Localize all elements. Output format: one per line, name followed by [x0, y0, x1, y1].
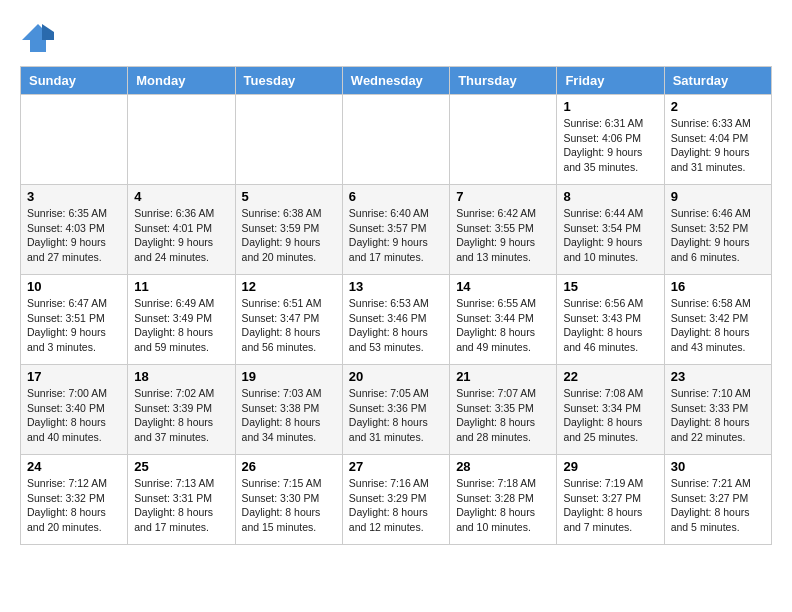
- page-header: [20, 20, 772, 56]
- calendar-week-row: 17Sunrise: 7:00 AM Sunset: 3:40 PM Dayli…: [21, 365, 772, 455]
- day-info: Sunrise: 6:36 AM Sunset: 4:01 PM Dayligh…: [134, 206, 228, 265]
- calendar-cell: [128, 95, 235, 185]
- day-number: 3: [27, 189, 121, 204]
- day-info: Sunrise: 6:38 AM Sunset: 3:59 PM Dayligh…: [242, 206, 336, 265]
- day-number: 5: [242, 189, 336, 204]
- day-number: 1: [563, 99, 657, 114]
- day-number: 22: [563, 369, 657, 384]
- calendar-table: SundayMondayTuesdayWednesdayThursdayFrid…: [20, 66, 772, 545]
- calendar-header-monday: Monday: [128, 67, 235, 95]
- calendar-cell: 4Sunrise: 6:36 AM Sunset: 4:01 PM Daylig…: [128, 185, 235, 275]
- day-info: Sunrise: 7:08 AM Sunset: 3:34 PM Dayligh…: [563, 386, 657, 445]
- day-info: Sunrise: 6:58 AM Sunset: 3:42 PM Dayligh…: [671, 296, 765, 355]
- calendar-cell: [21, 95, 128, 185]
- calendar-cell: 1Sunrise: 6:31 AM Sunset: 4:06 PM Daylig…: [557, 95, 664, 185]
- day-number: 24: [27, 459, 121, 474]
- calendar-cell: 27Sunrise: 7:16 AM Sunset: 3:29 PM Dayli…: [342, 455, 449, 545]
- day-number: 15: [563, 279, 657, 294]
- day-info: Sunrise: 7:16 AM Sunset: 3:29 PM Dayligh…: [349, 476, 443, 535]
- day-number: 29: [563, 459, 657, 474]
- day-info: Sunrise: 6:31 AM Sunset: 4:06 PM Dayligh…: [563, 116, 657, 175]
- day-number: 21: [456, 369, 550, 384]
- day-number: 25: [134, 459, 228, 474]
- day-number: 28: [456, 459, 550, 474]
- day-number: 23: [671, 369, 765, 384]
- day-number: 10: [27, 279, 121, 294]
- day-info: Sunrise: 7:05 AM Sunset: 3:36 PM Dayligh…: [349, 386, 443, 445]
- calendar-cell: 25Sunrise: 7:13 AM Sunset: 3:31 PM Dayli…: [128, 455, 235, 545]
- day-number: 8: [563, 189, 657, 204]
- day-number: 20: [349, 369, 443, 384]
- day-info: Sunrise: 6:35 AM Sunset: 4:03 PM Dayligh…: [27, 206, 121, 265]
- calendar-week-row: 24Sunrise: 7:12 AM Sunset: 3:32 PM Dayli…: [21, 455, 772, 545]
- day-info: Sunrise: 7:18 AM Sunset: 3:28 PM Dayligh…: [456, 476, 550, 535]
- day-info: Sunrise: 7:19 AM Sunset: 3:27 PM Dayligh…: [563, 476, 657, 535]
- day-number: 7: [456, 189, 550, 204]
- day-info: Sunrise: 7:00 AM Sunset: 3:40 PM Dayligh…: [27, 386, 121, 445]
- calendar-week-row: 3Sunrise: 6:35 AM Sunset: 4:03 PM Daylig…: [21, 185, 772, 275]
- logo-icon: [20, 20, 56, 56]
- day-number: 19: [242, 369, 336, 384]
- calendar-cell: 11Sunrise: 6:49 AM Sunset: 3:49 PM Dayli…: [128, 275, 235, 365]
- calendar-header-friday: Friday: [557, 67, 664, 95]
- day-info: Sunrise: 6:55 AM Sunset: 3:44 PM Dayligh…: [456, 296, 550, 355]
- day-number: 30: [671, 459, 765, 474]
- calendar-cell: 21Sunrise: 7:07 AM Sunset: 3:35 PM Dayli…: [450, 365, 557, 455]
- day-number: 17: [27, 369, 121, 384]
- day-info: Sunrise: 7:12 AM Sunset: 3:32 PM Dayligh…: [27, 476, 121, 535]
- calendar-cell: 22Sunrise: 7:08 AM Sunset: 3:34 PM Dayli…: [557, 365, 664, 455]
- calendar-cell: 3Sunrise: 6:35 AM Sunset: 4:03 PM Daylig…: [21, 185, 128, 275]
- calendar-cell: 13Sunrise: 6:53 AM Sunset: 3:46 PM Dayli…: [342, 275, 449, 365]
- calendar-cell: 29Sunrise: 7:19 AM Sunset: 3:27 PM Dayli…: [557, 455, 664, 545]
- day-info: Sunrise: 6:46 AM Sunset: 3:52 PM Dayligh…: [671, 206, 765, 265]
- calendar-cell: 5Sunrise: 6:38 AM Sunset: 3:59 PM Daylig…: [235, 185, 342, 275]
- calendar-cell: 23Sunrise: 7:10 AM Sunset: 3:33 PM Dayli…: [664, 365, 771, 455]
- day-info: Sunrise: 6:33 AM Sunset: 4:04 PM Dayligh…: [671, 116, 765, 175]
- calendar-cell: 30Sunrise: 7:21 AM Sunset: 3:27 PM Dayli…: [664, 455, 771, 545]
- day-info: Sunrise: 6:53 AM Sunset: 3:46 PM Dayligh…: [349, 296, 443, 355]
- calendar-header-thursday: Thursday: [450, 67, 557, 95]
- day-number: 13: [349, 279, 443, 294]
- calendar-week-row: 1Sunrise: 6:31 AM Sunset: 4:06 PM Daylig…: [21, 95, 772, 185]
- day-info: Sunrise: 7:21 AM Sunset: 3:27 PM Dayligh…: [671, 476, 765, 535]
- day-number: 2: [671, 99, 765, 114]
- calendar-header-wednesday: Wednesday: [342, 67, 449, 95]
- day-info: Sunrise: 6:47 AM Sunset: 3:51 PM Dayligh…: [27, 296, 121, 355]
- calendar-cell: 26Sunrise: 7:15 AM Sunset: 3:30 PM Dayli…: [235, 455, 342, 545]
- calendar-cell: [342, 95, 449, 185]
- calendar-cell: 15Sunrise: 6:56 AM Sunset: 3:43 PM Dayli…: [557, 275, 664, 365]
- day-number: 9: [671, 189, 765, 204]
- calendar-cell: [450, 95, 557, 185]
- calendar-cell: 17Sunrise: 7:00 AM Sunset: 3:40 PM Dayli…: [21, 365, 128, 455]
- day-info: Sunrise: 6:40 AM Sunset: 3:57 PM Dayligh…: [349, 206, 443, 265]
- day-info: Sunrise: 7:10 AM Sunset: 3:33 PM Dayligh…: [671, 386, 765, 445]
- calendar-cell: 16Sunrise: 6:58 AM Sunset: 3:42 PM Dayli…: [664, 275, 771, 365]
- day-info: Sunrise: 6:49 AM Sunset: 3:49 PM Dayligh…: [134, 296, 228, 355]
- calendar-cell: 2Sunrise: 6:33 AM Sunset: 4:04 PM Daylig…: [664, 95, 771, 185]
- calendar-cell: [235, 95, 342, 185]
- calendar-cell: 28Sunrise: 7:18 AM Sunset: 3:28 PM Dayli…: [450, 455, 557, 545]
- calendar-cell: 20Sunrise: 7:05 AM Sunset: 3:36 PM Dayli…: [342, 365, 449, 455]
- day-info: Sunrise: 7:13 AM Sunset: 3:31 PM Dayligh…: [134, 476, 228, 535]
- day-info: Sunrise: 7:02 AM Sunset: 3:39 PM Dayligh…: [134, 386, 228, 445]
- day-number: 27: [349, 459, 443, 474]
- day-info: Sunrise: 7:15 AM Sunset: 3:30 PM Dayligh…: [242, 476, 336, 535]
- calendar-cell: 7Sunrise: 6:42 AM Sunset: 3:55 PM Daylig…: [450, 185, 557, 275]
- day-number: 26: [242, 459, 336, 474]
- calendar-cell: 12Sunrise: 6:51 AM Sunset: 3:47 PM Dayli…: [235, 275, 342, 365]
- day-number: 12: [242, 279, 336, 294]
- calendar-header-row: SundayMondayTuesdayWednesdayThursdayFrid…: [21, 67, 772, 95]
- day-info: Sunrise: 7:03 AM Sunset: 3:38 PM Dayligh…: [242, 386, 336, 445]
- day-number: 6: [349, 189, 443, 204]
- calendar-cell: 9Sunrise: 6:46 AM Sunset: 3:52 PM Daylig…: [664, 185, 771, 275]
- day-info: Sunrise: 6:44 AM Sunset: 3:54 PM Dayligh…: [563, 206, 657, 265]
- calendar-header-saturday: Saturday: [664, 67, 771, 95]
- calendar-cell: 8Sunrise: 6:44 AM Sunset: 3:54 PM Daylig…: [557, 185, 664, 275]
- day-info: Sunrise: 6:56 AM Sunset: 3:43 PM Dayligh…: [563, 296, 657, 355]
- calendar-cell: 19Sunrise: 7:03 AM Sunset: 3:38 PM Dayli…: [235, 365, 342, 455]
- day-number: 16: [671, 279, 765, 294]
- calendar-cell: 6Sunrise: 6:40 AM Sunset: 3:57 PM Daylig…: [342, 185, 449, 275]
- day-number: 11: [134, 279, 228, 294]
- calendar-cell: 18Sunrise: 7:02 AM Sunset: 3:39 PM Dayli…: [128, 365, 235, 455]
- day-info: Sunrise: 7:07 AM Sunset: 3:35 PM Dayligh…: [456, 386, 550, 445]
